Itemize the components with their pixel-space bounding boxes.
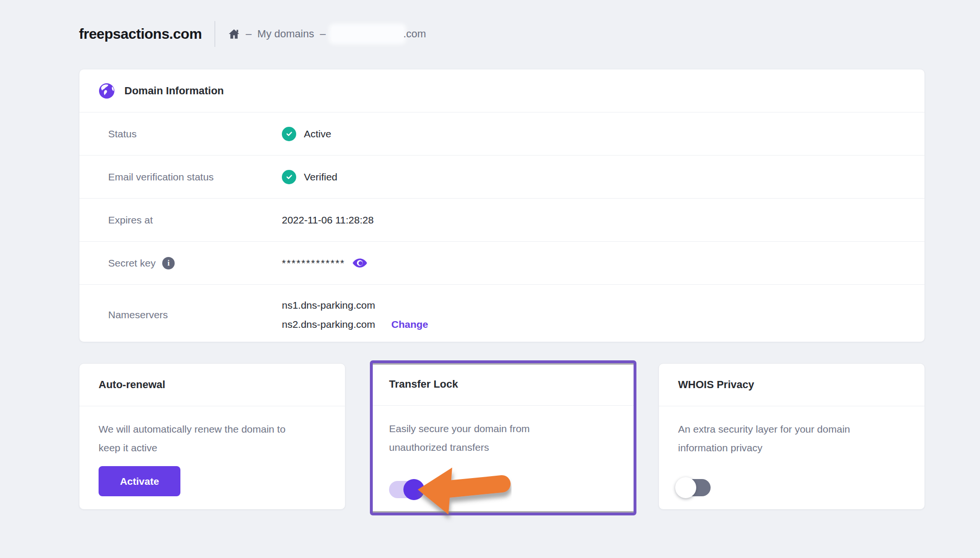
- header-divider: [214, 21, 215, 47]
- whois-privacy-toggle[interactable]: [678, 479, 711, 496]
- whois-description-line2: information privacy: [678, 438, 905, 457]
- page-title: Domain Information: [124, 85, 224, 97]
- auto-renewal-title: Auto-renewal: [79, 364, 345, 406]
- status-row: Status Active: [79, 112, 924, 155]
- breadcrumb-separator: –: [320, 28, 325, 40]
- check-icon: [282, 170, 296, 184]
- expires-label: Expires at: [79, 214, 282, 226]
- home-icon[interactable]: [228, 28, 240, 40]
- expires-row: Expires at 2022-11-06 11:28:28: [79, 198, 924, 241]
- transfer-lock-card: Transfer Lock Easily secure your domain …: [370, 360, 636, 515]
- email-verification-row: Email verification status Verified: [79, 155, 924, 198]
- transfer-lock-description-line2: unauthorized transfers: [389, 438, 617, 457]
- auto-renewal-description-line1: We will automatically renew the domain t…: [99, 420, 326, 438]
- nameservers-label: Nameservers: [79, 309, 282, 321]
- secret-key-row: Secret key i *************: [79, 241, 924, 284]
- arrow-annotation-icon: [416, 465, 512, 526]
- breadcrumb-current-domain: .com: [332, 26, 426, 42]
- change-nameservers-link[interactable]: Change: [391, 319, 428, 330]
- status-value: Active: [304, 128, 331, 140]
- domain-suffix: .com: [403, 28, 426, 40]
- transfer-lock-title: Transfer Lock: [373, 363, 634, 406]
- email-verification-label: Email verification status: [79, 171, 282, 183]
- breadcrumb-my-domains[interactable]: My domains: [257, 28, 314, 40]
- site-logo: freepsactions.com: [79, 26, 202, 42]
- top-header: freepsactions.com – My domains – .com: [79, 19, 426, 49]
- whois-privacy-title: WHOIS Privacy: [659, 364, 924, 406]
- breadcrumb: – My domains – .com: [228, 26, 426, 42]
- nameservers-row: Nameservers ns1.dns-parking.com ns2.dns-…: [79, 284, 924, 345]
- auto-renewal-description-line2: keep it active: [99, 438, 326, 457]
- check-icon: [282, 127, 296, 141]
- activate-button[interactable]: Activate: [99, 466, 180, 496]
- info-icon[interactable]: i: [162, 257, 175, 269]
- status-label: Status: [79, 128, 282, 140]
- secret-key-masked-value: *************: [282, 257, 345, 269]
- transfer-lock-toggle[interactable]: [389, 481, 422, 498]
- expires-value: 2022-11-06 11:28:28: [282, 214, 374, 226]
- whois-description-line1: An extra security layer for your domain: [678, 420, 905, 438]
- nameserver-1: ns1.dns-parking.com: [282, 296, 428, 315]
- breadcrumb-separator: –: [246, 28, 252, 40]
- secret-key-label: Secret key: [108, 257, 156, 269]
- globe-icon: [99, 83, 115, 99]
- auto-renewal-card: Auto-renewal We will automatically renew…: [79, 363, 345, 510]
- domain-information-card: Domain Information Status Active Email v…: [79, 69, 925, 342]
- transfer-lock-description-line1: Easily secure your domain from: [389, 419, 617, 438]
- whois-privacy-card: WHOIS Privacy An extra security layer fo…: [658, 363, 925, 510]
- eye-icon[interactable]: [353, 258, 367, 268]
- nameserver-2: ns2.dns-parking.com: [282, 319, 375, 330]
- email-verification-value: Verified: [304, 171, 337, 183]
- domain-information-header: Domain Information: [79, 69, 924, 112]
- blurred-domain-name: [332, 26, 403, 42]
